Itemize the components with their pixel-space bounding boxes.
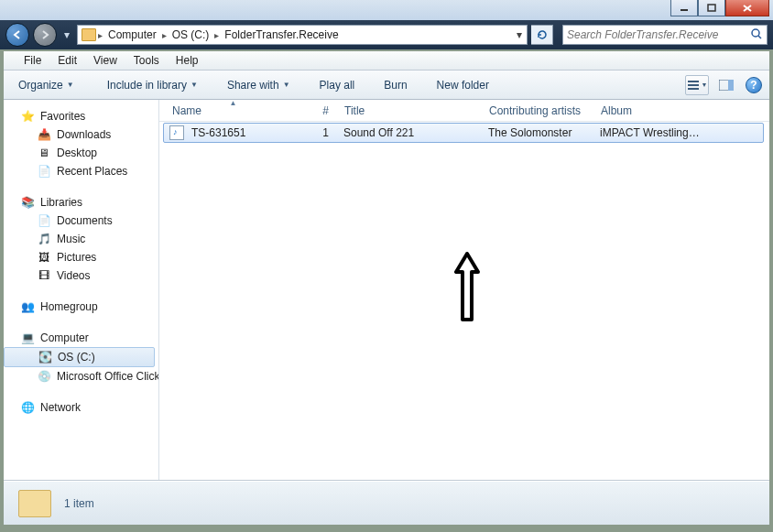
status-item-count: 1 item bbox=[64, 497, 94, 510]
search-box[interactable] bbox=[562, 25, 768, 45]
breadcrumb-osc[interactable]: OS (C:) bbox=[169, 28, 213, 41]
drive-icon: 💽 bbox=[38, 350, 52, 364]
downloads-icon: 📥 bbox=[37, 127, 51, 142]
cell-artists: The Solomonster bbox=[481, 126, 593, 139]
refresh-button[interactable] bbox=[531, 25, 553, 45]
back-button[interactable] bbox=[5, 23, 29, 47]
share-with-button[interactable]: Share with▼ bbox=[220, 75, 298, 95]
burn-button[interactable]: Burn bbox=[376, 75, 414, 95]
nav-documents[interactable]: 📄Documents bbox=[4, 212, 158, 230]
nav-downloads[interactable]: 📥Downloads bbox=[4, 125, 158, 144]
folder-icon bbox=[18, 490, 51, 517]
svg-point-4 bbox=[752, 29, 759, 37]
forward-button[interactable] bbox=[33, 23, 57, 47]
nav-favorites[interactable]: ⭐Favorites bbox=[4, 107, 158, 125]
column-name[interactable]: ▲Name bbox=[165, 101, 302, 121]
menu-bar: File Edit View Tools Help bbox=[4, 51, 769, 71]
cell-album: iMPACT Wrestling G... bbox=[593, 126, 710, 139]
drive-icon: 💿 bbox=[37, 369, 51, 384]
documents-icon: 📄 bbox=[37, 213, 51, 228]
menu-view[interactable]: View bbox=[86, 52, 125, 69]
nav-videos[interactable]: 🎞Videos bbox=[4, 266, 158, 285]
computer-icon: 💻 bbox=[20, 331, 35, 345]
menu-edit[interactable]: Edit bbox=[50, 52, 84, 69]
cell-num: 1 bbox=[301, 126, 336, 139]
menu-tools[interactable]: Tools bbox=[126, 52, 167, 69]
preview-pane-button[interactable] bbox=[714, 75, 738, 95]
column-headers: ▲Name # Title Contributing artists Album bbox=[159, 100, 769, 122]
column-title[interactable]: Title bbox=[337, 101, 482, 121]
libraries-icon: 📚 bbox=[20, 195, 35, 210]
search-input[interactable] bbox=[567, 28, 750, 41]
network-icon: 🌐 bbox=[20, 400, 35, 415]
maximize-button[interactable] bbox=[698, 0, 725, 16]
nav-desktop[interactable]: 🖥Desktop bbox=[4, 144, 158, 162]
annotation-arrow bbox=[449, 246, 485, 331]
nav-libraries[interactable]: 📚Libraries bbox=[4, 193, 158, 212]
column-album[interactable]: Album bbox=[593, 101, 711, 121]
sort-asc-icon: ▲ bbox=[230, 99, 237, 107]
minimize-button[interactable] bbox=[670, 0, 698, 16]
file-list-pane: ▲Name # Title Contributing artists Album… bbox=[159, 100, 769, 480]
chevron-right-icon[interactable]: ▸ bbox=[98, 30, 103, 40]
play-all-button[interactable]: Play all bbox=[312, 75, 363, 95]
nav-recent-places[interactable]: 📄Recent Places bbox=[4, 162, 158, 180]
search-icon[interactable] bbox=[750, 27, 763, 43]
view-options-button[interactable]: ▼ bbox=[685, 75, 709, 95]
help-button[interactable]: ? bbox=[746, 77, 762, 93]
star-icon: ⭐ bbox=[20, 109, 35, 124]
address-bar[interactable]: ▸ Computer ▸ OS (C:) ▸ FolderTransfer.Re… bbox=[77, 25, 528, 45]
file-row[interactable]: TS-631651 1 Sound Off 221 The Solomonste… bbox=[163, 123, 764, 143]
folder-icon bbox=[82, 28, 96, 41]
breadcrumb-folder[interactable]: FolderTransfer.Receive bbox=[221, 28, 342, 41]
videos-icon: 🎞 bbox=[37, 268, 51, 283]
svg-rect-1 bbox=[708, 5, 715, 11]
nav-ms-office[interactable]: 💿Microsoft Office Click-to-Run bbox=[4, 367, 158, 385]
cell-name: TS-631651 bbox=[184, 126, 301, 139]
column-artists[interactable]: Contributing artists bbox=[482, 101, 593, 121]
svg-rect-7 bbox=[688, 84, 699, 86]
toolbar: Organize▼ Include in library▼ Share with… bbox=[4, 71, 769, 100]
nav-history-dropdown[interactable]: ▾ bbox=[60, 26, 73, 44]
menu-help[interactable]: Help bbox=[169, 52, 206, 69]
menu-file[interactable]: File bbox=[16, 52, 49, 69]
pictures-icon: 🖼 bbox=[37, 250, 51, 265]
svg-line-5 bbox=[758, 36, 761, 38]
nav-computer[interactable]: 💻Computer bbox=[4, 329, 158, 347]
cell-title: Sound Off 221 bbox=[336, 126, 481, 139]
audio-file-icon bbox=[169, 125, 184, 140]
include-in-library-button[interactable]: Include in library▼ bbox=[100, 75, 205, 95]
chevron-right-icon[interactable]: ▸ bbox=[162, 30, 167, 40]
new-folder-button[interactable]: New folder bbox=[430, 75, 496, 95]
breadcrumb-computer[interactable]: Computer bbox=[104, 28, 160, 41]
nav-homegroup[interactable]: 👥Homegroup bbox=[4, 298, 158, 316]
svg-rect-10 bbox=[728, 80, 734, 91]
svg-rect-6 bbox=[688, 81, 699, 82]
chevron-right-icon[interactable]: ▸ bbox=[214, 30, 219, 40]
svg-rect-8 bbox=[688, 88, 699, 90]
column-num[interactable]: # bbox=[302, 101, 337, 121]
homegroup-icon: 👥 bbox=[20, 299, 35, 314]
nav-os-c[interactable]: 💽OS (C:) bbox=[4, 347, 155, 367]
desktop-icon: 🖥 bbox=[37, 146, 51, 160]
close-button[interactable] bbox=[725, 0, 769, 16]
nav-row: ▾ ▸ Computer ▸ OS (C:) ▸ FolderTransfer.… bbox=[0, 20, 773, 49]
organize-button[interactable]: Organize▼ bbox=[11, 75, 82, 95]
music-icon: 🎵 bbox=[37, 232, 51, 246]
nav-network[interactable]: 🌐Network bbox=[4, 398, 158, 417]
recent-icon: 📄 bbox=[37, 164, 51, 179]
navigation-pane: ⭐Favorites 📥Downloads 🖥Desktop 📄Recent P… bbox=[4, 100, 159, 480]
nav-pictures[interactable]: 🖼Pictures bbox=[4, 248, 158, 266]
status-bar: 1 item bbox=[4, 481, 769, 525]
titlebar bbox=[0, 0, 773, 20]
address-dropdown[interactable]: ▾ bbox=[512, 28, 527, 41]
nav-music[interactable]: 🎵Music bbox=[4, 230, 158, 248]
